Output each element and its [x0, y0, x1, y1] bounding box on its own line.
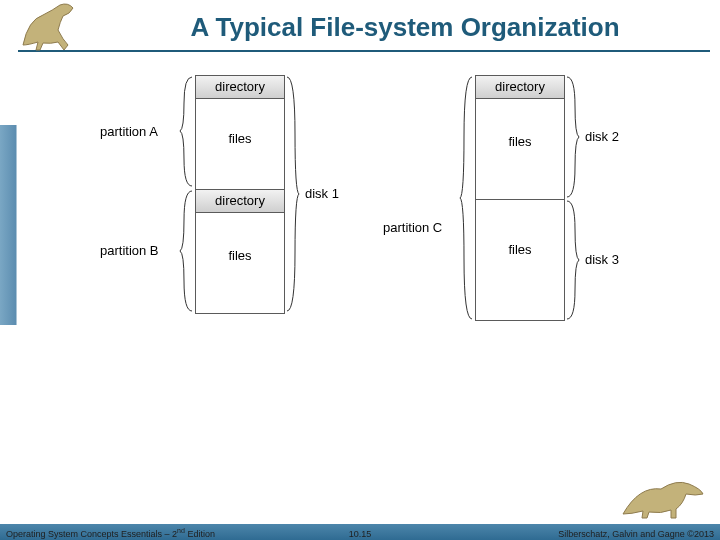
- partitionC-column: directory files files: [475, 75, 565, 321]
- label-partition-a: partition A: [100, 124, 158, 139]
- brace-icon: [565, 75, 581, 199]
- files-cell: files: [476, 199, 564, 320]
- dinosaur-icon: [18, 0, 98, 55]
- page-title: A Typical File-system Organization: [110, 12, 700, 43]
- label-partition-c: partition C: [383, 220, 442, 235]
- dir-header: directory: [196, 189, 284, 213]
- brace-icon: [178, 189, 194, 313]
- brace-icon: [285, 75, 301, 313]
- label-disk-2: disk 2: [585, 129, 619, 144]
- dir-header: directory: [196, 76, 284, 99]
- footer-copyright: Silberschatz, Galvin and Gagne ©2013: [558, 529, 714, 539]
- filesystem-diagram: directory files directory files director…: [80, 75, 650, 415]
- brace-icon: [565, 199, 581, 321]
- label-disk-1: disk 1: [305, 186, 339, 201]
- files-cell: files: [196, 213, 284, 313]
- dir-header: directory: [476, 76, 564, 99]
- side-accent: [0, 125, 17, 325]
- label-partition-b: partition B: [100, 243, 159, 258]
- disk1-column: directory files directory files: [195, 75, 285, 314]
- title-underline: [18, 50, 710, 52]
- files-cell: files: [196, 99, 284, 189]
- dinosaur-icon: [621, 474, 706, 522]
- label-disk-3: disk 3: [585, 252, 619, 267]
- brace-icon: [458, 75, 474, 321]
- brace-icon: [178, 75, 194, 188]
- files-cell: files: [476, 99, 564, 199]
